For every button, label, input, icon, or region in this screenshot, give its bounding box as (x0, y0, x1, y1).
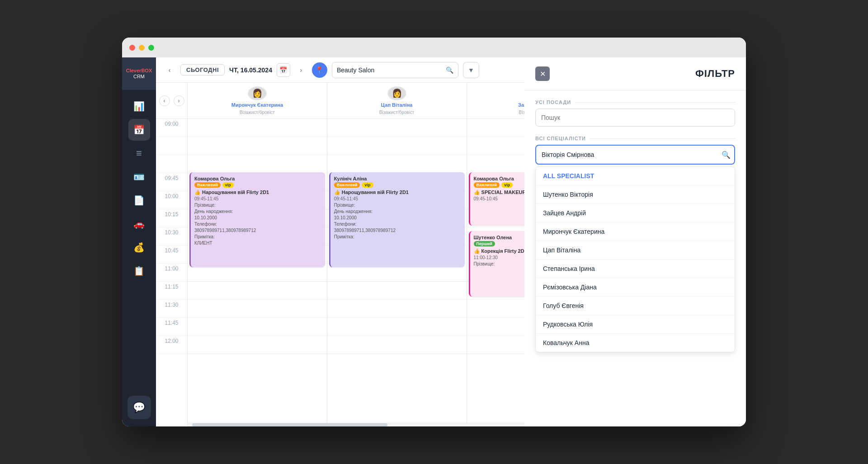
calendar-pick-icon: 📅 (279, 66, 287, 74)
maximize-button[interactable] (148, 45, 154, 51)
sidebar-item-tasks[interactable]: ≡ (128, 142, 150, 164)
calendar-icon: 📅 (133, 124, 145, 135)
time-slot: 12:00 (156, 336, 187, 354)
dropdown-item-zaitsev[interactable]: Зайцев Андрій (536, 204, 735, 223)
badge-important: Важливий (334, 182, 360, 188)
dropdown-item-label: Цап Віталіна (543, 246, 580, 254)
sidebar-item-documents[interactable]: 📄 (128, 189, 150, 211)
dropdown-item-label: Шутенко Вікторія (543, 191, 593, 198)
tasks-icon: ≡ (136, 147, 142, 159)
search-input[interactable] (337, 66, 442, 74)
logo: CleverBOXCRM (122, 57, 156, 90)
dropdown-item-shutenko[interactable]: Шутенко Вікторія (536, 185, 735, 204)
badge-vip: vip (222, 182, 234, 188)
dropdown-item-kovalchuk[interactable]: Ковальчук Анна (536, 334, 735, 352)
transport-icon: 🚗 (133, 218, 145, 229)
time-slot: 09:45 (156, 173, 187, 191)
sidebar-item-clients[interactable]: 🪪 (128, 166, 150, 188)
positions-label: УСІ ПОСАДИ (535, 99, 735, 105)
appt-service: 👍 Нарощування вій Flirty 2D1 (194, 189, 321, 195)
dropdown-item-label: Рємізовська Діана (543, 284, 597, 291)
sidebar-item-analytics[interactable]: 📊 (128, 95, 150, 117)
time-slots: 09:00 09:45 10:00 10:15 10:30 10:45 11:0… (156, 119, 187, 354)
appt-badges: Важливий vip (194, 182, 321, 188)
time-slot: 11:00 (156, 264, 187, 282)
col-next-button[interactable]: › (174, 95, 184, 106)
dropdown-item-remizovska[interactable]: Рємізовська Діана (536, 278, 735, 297)
current-date: ЧТ, 16.05.2024 (229, 66, 272, 74)
filter-close-button[interactable]: ✕ (535, 66, 550, 81)
scroll-thumb[interactable] (192, 423, 387, 426)
staff-role-1: Візажист/бровіст (379, 110, 415, 115)
badge-vip: vip (501, 182, 513, 188)
specialists-label: ВСІ СПЕЦІАЛІСТИ (535, 136, 735, 141)
analytics-icon: 📊 (133, 101, 145, 112)
appt-detail: Прізвище:День народження:10.10.2000Телеф… (334, 202, 461, 240)
specialists-dropdown: ALL SPECIALIST Шутенко Вікторія Зайцев А… (535, 166, 735, 352)
filter-body: УСІ ПОСАДИ ВСІ СПЕЦІАЛІСТИ 🔍 (524, 90, 746, 426)
search-icon: 🔍 (446, 66, 453, 74)
today-button[interactable]: СЬОГОДНІ (180, 64, 225, 76)
finance-icon: 💰 (133, 242, 145, 253)
chat-button[interactable]: 💬 (127, 396, 151, 419)
reports-icon: 📋 (133, 265, 145, 276)
sidebar-item-reports[interactable]: 📋 (128, 260, 150, 282)
staff-avatar-1: 👩 (387, 86, 406, 100)
minimize-button[interactable] (139, 45, 145, 51)
badge-important: Важливий (474, 182, 500, 188)
sidebar-item-transport[interactable]: 🚗 (128, 213, 150, 235)
main-content: ‹ СЬОГОДНІ ЧТ, 16.05.2024 📅 › 📍 🔍 ▼ (156, 57, 746, 426)
clients-icon: 🪪 (133, 171, 145, 182)
specialists-search-box: 🔍 (535, 145, 735, 165)
dropdown-item-label: Зайцев Андрій (543, 209, 586, 217)
filter-panel: ✕ ФІЛЬТР УСІ ПОСАДИ ВСІ СП (524, 57, 746, 426)
dropdown-item-all[interactable]: ALL SPECIALIST (536, 167, 735, 185)
time-slot: 10:00 (156, 191, 187, 209)
staff-col-0: 👩 Мирончук Єкатерина Візажист/бровіст (188, 83, 327, 118)
dropdown-item-stepanska[interactable]: Степанська Ірина (536, 260, 735, 278)
dropdown-item-holub[interactable]: Голуб Євгенія (536, 297, 735, 315)
staff-avatar-0: 👩 (248, 86, 267, 100)
filter-button[interactable]: ▼ (463, 62, 479, 78)
time-slot: 11:45 (156, 318, 187, 336)
dropdown-item-mirончuk[interactable]: Мирончук Єкатерина (536, 223, 735, 241)
filter-positions-section: УСІ ПОСАДИ (535, 99, 735, 127)
location-button[interactable]: 📍 (312, 62, 327, 78)
appt-time: 09:45-11:45 (334, 196, 461, 201)
prev-week-button[interactable]: ‹ (163, 64, 176, 76)
dropdown-item-tsap[interactable]: Цап Віталіна (536, 241, 735, 260)
dropdown-item-label: ALL SPECIALIST (543, 172, 594, 180)
badge-vip: vip (362, 182, 373, 188)
filter-icon: ▼ (468, 66, 474, 74)
dropdown-item-label: Голуб Євгенія (543, 302, 584, 309)
appt-client: Кулініч Аліна (334, 176, 461, 181)
dropdown-item-rudkovska[interactable]: Рудковська Юлія (536, 315, 735, 334)
calendar-picker-button[interactable]: 📅 (277, 63, 290, 77)
time-slot: 10:30 (156, 227, 187, 246)
chat-icon: 💬 (133, 402, 145, 413)
specialists-search-input[interactable] (536, 146, 718, 164)
filter-title: ФІЛЬТР (695, 68, 735, 80)
positions-input-wrap (535, 109, 735, 127)
app-body: CleverBOXCRM 📊 📅 ≡ 🪪 📄 (122, 57, 746, 426)
time-column: ‹ › 09:00 09:45 10:00 10:15 10:30 10:45 … (156, 83, 188, 426)
positions-search-input[interactable] (535, 109, 735, 127)
sidebar-item-finance[interactable]: 💰 (128, 237, 150, 258)
next-week-button[interactable]: › (295, 64, 307, 76)
search-bar: 🔍 (332, 62, 458, 78)
appointment-card[interactable]: Кулініч Аліна Важливий vip 👍 Нарощування… (329, 172, 465, 267)
appt-badges: Важливий vip (334, 182, 461, 188)
specialists-search-icon[interactable]: 🔍 (718, 147, 734, 163)
col-prev-button[interactable]: ‹ (159, 95, 170, 106)
location-icon: 📍 (315, 66, 324, 74)
grid-col-1: Кулініч Аліна Важливий vip 👍 Нарощування… (327, 119, 467, 423)
time-slot: 10:45 (156, 246, 187, 264)
time-slot: 11:30 (156, 300, 187, 318)
grid-col-0: Комарова Ольга Важливий vip 👍 Нарощуванн… (188, 119, 327, 423)
sidebar-item-calendar[interactable]: 📅 (128, 119, 150, 141)
badge-important: Важливий (194, 182, 221, 188)
appointment-card[interactable]: Комарова Ольга Важливий vip 👍 Нарощуванн… (189, 172, 325, 267)
date-display: ЧТ, 16.05.2024 (229, 66, 272, 74)
close-button[interactable] (129, 45, 135, 51)
staff-name-0: Мирончук Єкатерина (231, 102, 283, 108)
